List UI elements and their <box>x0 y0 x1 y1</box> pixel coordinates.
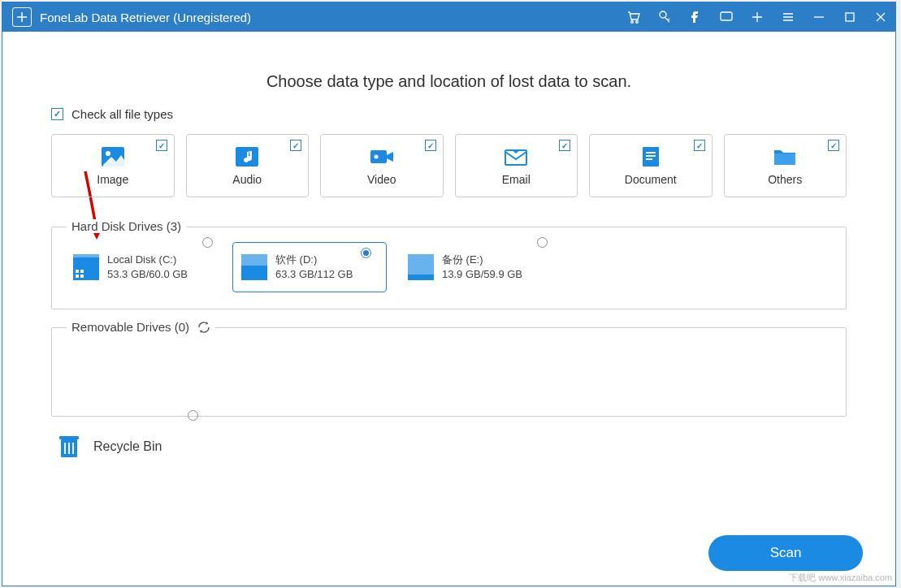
email-icon <box>503 145 529 168</box>
svg-rect-8 <box>370 150 387 163</box>
drive-icon <box>73 254 99 280</box>
page-heading: Choose data type and location of lost da… <box>51 72 847 91</box>
type-label: Email <box>502 173 531 186</box>
type-card-video[interactable]: ✓ Video <box>320 134 444 197</box>
svg-rect-15 <box>774 153 795 165</box>
svg-rect-17 <box>76 270 79 273</box>
facebook-icon[interactable] <box>687 9 704 25</box>
type-label: Others <box>768 173 802 186</box>
type-card-audio[interactable]: ✓ Audio <box>186 134 310 197</box>
recycle-label: Recycle Bin <box>93 439 162 454</box>
svg-rect-14 <box>646 158 652 160</box>
drive-icon <box>241 254 267 280</box>
audio-icon <box>234 145 260 168</box>
removable-section: Removable Drives (0) <box>51 327 847 417</box>
type-label: Image <box>97 173 128 186</box>
app-logo-icon <box>12 7 32 27</box>
checkbox-icon[interactable]: ✓ <box>290 140 301 151</box>
folder-icon <box>772 145 798 168</box>
svg-point-0 <box>631 21 634 24</box>
svg-rect-20 <box>80 275 84 278</box>
maximize-button[interactable] <box>842 9 858 25</box>
minimize-button[interactable] <box>811 9 827 25</box>
checkbox-icon[interactable]: ✓ <box>559 140 570 151</box>
hdd-list: Local Disk (C:) 53.3 GB/60.0 GB 软件 (D:) … <box>65 242 833 292</box>
checkbox-icon[interactable]: ✓ <box>156 140 167 151</box>
svg-rect-19 <box>76 275 79 278</box>
check-all-checkbox[interactable]: ✓ <box>51 108 63 120</box>
svg-point-9 <box>374 155 378 159</box>
drive-e[interactable]: 备份 (E:) 13.9 GB/59.9 GB <box>400 242 554 292</box>
svg-rect-12 <box>646 152 656 153</box>
drive-info: 软件 (D:) 63.3 GB/112 GB <box>275 253 353 282</box>
hdd-section: Hard Disk Drives (3) Local Disk (C:) 53.… <box>51 227 847 309</box>
svg-rect-25 <box>72 443 74 454</box>
svg-point-1 <box>636 21 639 24</box>
type-card-email[interactable]: ✓ Email <box>455 134 578 197</box>
check-all-row[interactable]: ✓ Check all file types <box>51 107 847 121</box>
type-card-document[interactable]: ✓ Document <box>589 134 713 197</box>
checkbox-icon[interactable]: ✓ <box>425 140 436 151</box>
drive-icon <box>408 254 434 280</box>
drive-info: Local Disk (C:) 53.3 GB/60.0 GB <box>107 253 188 282</box>
drive-d[interactable]: 软件 (D:) 63.3 GB/112 GB <box>232 242 387 292</box>
trash-icon <box>58 435 80 459</box>
svg-rect-18 <box>80 270 84 273</box>
titlebar: FoneLab Data Retriever (Unregistered) <box>2 2 895 32</box>
cart-icon[interactable] <box>626 9 642 25</box>
hdd-legend: Hard Disk Drives (3) <box>67 219 186 233</box>
refresh-icon[interactable] <box>197 321 210 334</box>
feedback-icon[interactable] <box>718 9 734 25</box>
window-title: FoneLab Data Retriever (Unregistered) <box>40 11 626 24</box>
app-window: FoneLab Data Retriever (Unregistered) Ch… <box>2 2 896 586</box>
recycle-bin-option[interactable]: Recycle Bin <box>58 435 847 459</box>
drive-info: 备份 (E:) 13.9 GB/59.9 GB <box>442 253 522 282</box>
video-icon <box>369 145 395 168</box>
check-all-label: Check all file types <box>71 107 173 121</box>
watermark-text: 下载吧 www.xiazaiba.com <box>789 572 892 584</box>
document-icon <box>638 145 664 168</box>
svg-point-2 <box>660 11 666 18</box>
radio-button[interactable] <box>188 410 198 421</box>
type-label: Audio <box>232 173 262 186</box>
svg-rect-22 <box>59 436 79 439</box>
type-card-others[interactable]: ✓ Others <box>724 134 847 197</box>
removable-legend: Removable Drives (0) <box>67 320 215 334</box>
image-icon <box>100 145 126 168</box>
checkbox-icon[interactable]: ✓ <box>694 140 705 151</box>
svg-rect-24 <box>68 443 70 454</box>
key-icon[interactable] <box>656 9 673 25</box>
svg-rect-13 <box>646 155 656 157</box>
type-label: Video <box>367 173 396 186</box>
svg-rect-4 <box>846 13 854 21</box>
svg-point-6 <box>106 151 110 156</box>
scan-button[interactable]: Scan <box>708 535 863 571</box>
content-area: Choose data type and location of lost da… <box>2 32 895 459</box>
menu-icon[interactable] <box>780 9 796 25</box>
svg-rect-23 <box>64 443 66 454</box>
plus-icon[interactable] <box>749 9 765 25</box>
type-label: Document <box>625 173 677 186</box>
close-button[interactable] <box>873 9 889 25</box>
type-card-image[interactable]: ✓ Image <box>51 134 175 197</box>
drive-c[interactable]: Local Disk (C:) 53.3 GB/60.0 GB <box>65 242 219 292</box>
file-type-grid: ✓ Image ✓ Audio ✓ Video ✓ Email ✓ <box>51 134 847 197</box>
checkbox-icon[interactable]: ✓ <box>828 140 839 151</box>
window-controls <box>626 9 889 25</box>
